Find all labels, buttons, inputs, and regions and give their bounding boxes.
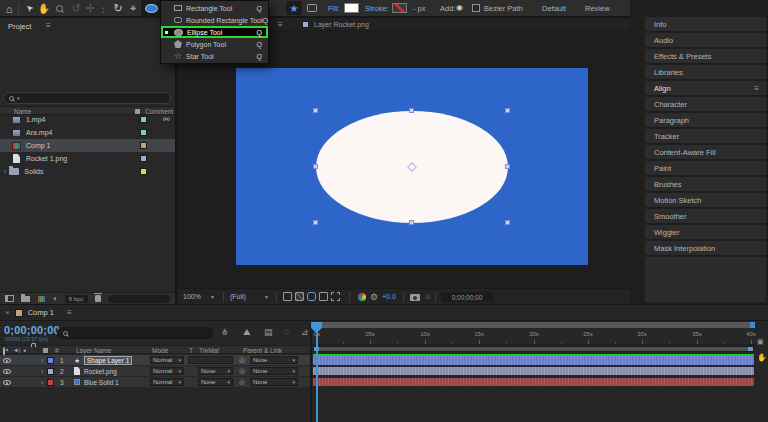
layer-name[interactable]: Rocket.png <box>84 368 117 375</box>
panel-tab-tracker[interactable]: Tracker <box>645 129 766 144</box>
stroke-width-value[interactable]: - px <box>413 4 426 13</box>
resolution-dropdown[interactable]: (Full) <box>230 293 246 300</box>
parent-dropdown[interactable]: None▾ <box>250 356 298 364</box>
handle-top-center[interactable] <box>409 108 414 113</box>
comp-marker-icon[interactable]: ▣ <box>757 338 764 346</box>
work-area-end-handle[interactable] <box>748 347 753 351</box>
timeline-search-box[interactable] <box>57 327 213 339</box>
ellipse-tool-active[interactable] <box>141 0 161 17</box>
twirl-icon[interactable]: › <box>4 168 6 175</box>
panel-tab-paint[interactable]: Paint <box>645 161 766 176</box>
viewer-tab-label[interactable]: Layer Rocket.png <box>314 21 369 28</box>
label-column-icon[interactable] <box>43 348 48 353</box>
panel-tab-smoother[interactable]: Smoother <box>645 209 766 224</box>
menu-item-ellipse-tool[interactable]: Ellipse Tool Q <box>161 26 268 38</box>
panel-tab-audio[interactable]: Audio <box>645 33 766 48</box>
panel-tab-wiggler[interactable]: Wiggler <box>645 225 766 240</box>
new-folder-icon[interactable] <box>21 296 30 302</box>
layer-bar-shape-layer-1[interactable] <box>313 356 754 365</box>
handle-mid-left[interactable] <box>313 164 318 169</box>
panel-tab-content-aware-fill[interactable]: Content-Aware Fill <box>645 145 766 160</box>
label-swatch[interactable] <box>47 379 54 386</box>
add-icon[interactable]: ◉ <box>456 3 463 12</box>
graph-editor-icon[interactable]: ⊿ <box>301 328 309 337</box>
eye-icon[interactable] <box>3 369 11 374</box>
column-number[interactable]: # <box>55 347 59 354</box>
layer-row-blue-solid-1[interactable]: › 3 Blue Solid 1 Normal▾ None▾ ◎ None▾ <box>0 377 310 387</box>
zoom-tool-icon[interactable] <box>52 0 66 17</box>
project-search-box[interactable]: ▾ <box>3 92 171 104</box>
trkmat-dropdown[interactable]: None▾ <box>198 367 233 375</box>
stroke-swatch[interactable] <box>392 3 407 13</box>
panel-menu-icon[interactable]: ≡ <box>754 84 759 93</box>
eye-icon[interactable] <box>3 358 11 363</box>
label-swatch[interactable] <box>140 116 147 123</box>
label-swatch[interactable] <box>140 168 147 175</box>
zoom-handle-right[interactable] <box>750 322 755 328</box>
label-swatch[interactable] <box>140 155 147 162</box>
choose-view-layout-icon[interactable] <box>283 292 292 301</box>
label-swatch[interactable] <box>47 368 54 375</box>
handle-bottom-left[interactable] <box>313 220 318 225</box>
composition-canvas[interactable] <box>236 68 588 265</box>
panel-tab-align[interactable]: Align ≡ <box>645 81 766 96</box>
pickwhip-icon[interactable]: ◎ <box>239 367 245 375</box>
layer-row-rocket-png[interactable]: › 2 Rocket.png Normal▾ None▾ ◎ None▾ <box>0 366 310 376</box>
workspace-tab-review[interactable]: Review <box>585 4 610 13</box>
bezier-path-checkbox[interactable] <box>472 4 480 12</box>
column-t[interactable]: T <box>189 347 193 354</box>
column-mode[interactable]: Mode <box>152 347 168 354</box>
frame-blending-icon[interactable]: ▤ <box>264 328 273 337</box>
hand-scroll-icon[interactable]: ✋ <box>757 353 767 362</box>
label-swatch[interactable] <box>140 129 147 136</box>
fill-swatch[interactable] <box>344 3 359 13</box>
show-snapshot-icon[interactable]: ⊘ <box>425 293 431 301</box>
mode-dropdown[interactable]: Normal▾ <box>150 367 184 375</box>
mask-visibility-icon[interactable] <box>307 292 316 301</box>
transparency-grid-icon[interactable] <box>295 292 304 301</box>
pickwhip-icon[interactable]: ◎ <box>239 378 245 386</box>
tool-creates-mask-button[interactable] <box>304 1 320 15</box>
handle-top-right[interactable] <box>505 108 510 113</box>
panel-tab-effects-presets[interactable]: Effects & Presets <box>645 49 766 64</box>
color-management-icon[interactable] <box>358 293 366 301</box>
home-icon[interactable]: ⌂ <box>2 0 16 17</box>
hierarchy-icon[interactable]: ⚯ <box>163 115 170 124</box>
video-column-icon[interactable] <box>3 348 5 355</box>
project-search-input[interactable] <box>23 95 153 102</box>
project-row-solids[interactable]: › Solids <box>0 165 175 178</box>
gear-icon[interactable]: ⚙ <box>370 292 378 302</box>
snapshot-camera-icon[interactable] <box>410 294 420 301</box>
column-trkmat[interactable]: TrkMat <box>199 347 219 354</box>
timeline-search-input[interactable] <box>71 330 191 337</box>
menu-item-rectangle-tool[interactable]: Rectangle Tool Q <box>161 2 268 14</box>
motion-blur-icon[interactable]: ◌ <box>284 328 289 337</box>
workspace-tab-default[interactable]: Default <box>542 4 566 13</box>
orbit-camera-tool-icon[interactable]: ↺ <box>69 0 83 17</box>
tool-creates-shape-button[interactable]: ★ <box>286 1 302 15</box>
timeline-tab-label[interactable]: Comp 1 <box>28 308 54 317</box>
new-composition-icon[interactable] <box>37 295 46 303</box>
fill-label[interactable]: Fill: <box>328 4 340 13</box>
eye-icon[interactable] <box>3 380 11 385</box>
layer-name[interactable]: Shape Layer 1 <box>84 356 132 365</box>
project-row-aramp4[interactable]: Ara.mp4 <box>0 126 175 139</box>
menu-item-star-tool[interactable]: ☆ Star Tool Q <box>161 50 268 62</box>
magnification-dropdown[interactable]: 100% <box>183 293 201 300</box>
menu-item-polygon-tool[interactable]: Polygon Tool Q <box>161 38 268 50</box>
interpret-footage-icon[interactable] <box>5 295 14 302</box>
hand-tool-icon[interactable]: ✋ <box>37 0 51 17</box>
project-row-1mp4[interactable]: 1.mp4 ⚯ <box>0 113 175 126</box>
delete-icon[interactable] <box>95 295 101 302</box>
composition-flowchart-icon[interactable]: ⋔ <box>221 328 229 337</box>
solo-column-icon[interactable]: ● <box>23 347 26 353</box>
project-row-rocket1png[interactable]: Rocket 1.png <box>0 152 175 165</box>
timeline-zoom-scrollbar[interactable] <box>312 322 755 328</box>
project-tab[interactable]: Project <box>8 22 31 31</box>
layer-row-shape-layer-1[interactable]: › 1 ★ Shape Layer 1 Normal▾ ◎ None▾ <box>0 355 310 365</box>
pan-behind-tool-icon[interactable]: ⌖ <box>126 0 140 17</box>
exposure-value[interactable]: +0.0 <box>382 293 396 300</box>
panel-tab-info[interactable]: Info <box>645 17 766 32</box>
panel-menu-icon[interactable]: ≡ <box>67 308 72 317</box>
adjust-icon[interactable]: ◐ <box>53 294 58 304</box>
